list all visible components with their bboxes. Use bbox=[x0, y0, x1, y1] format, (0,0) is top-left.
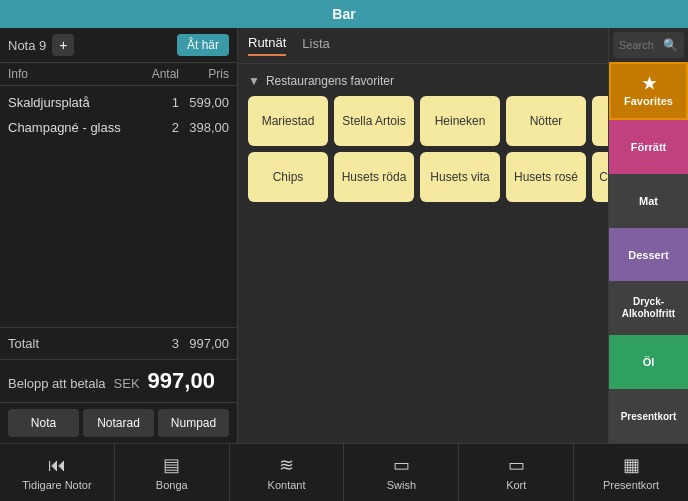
grid-item-notter[interactable]: Nötter bbox=[506, 96, 586, 146]
category-ol-label: Öl bbox=[643, 356, 655, 368]
gift-icon: ▦ bbox=[623, 454, 640, 476]
cash-icon: ≋ bbox=[279, 454, 294, 476]
kort-label: Kort bbox=[506, 479, 526, 491]
grid-row-2: Chips Husets röda Husets vita Husets ros… bbox=[248, 152, 598, 202]
numpad-button[interactable]: Numpad bbox=[158, 409, 229, 437]
grid-item-husets-rose[interactable]: Husets rosé bbox=[506, 152, 586, 202]
totalt-label: Totalt bbox=[8, 336, 139, 351]
grid-item-heineken[interactable]: Heineken bbox=[420, 96, 500, 146]
grid-item-mariestad[interactable]: Mariestad bbox=[248, 96, 328, 146]
totalt-qty: 3 bbox=[139, 336, 179, 351]
star-icon: ★ bbox=[642, 74, 656, 93]
favorites-header-label: Restaurangens favoriter bbox=[266, 74, 394, 88]
tidigare-notor-label: Tidigare Notor bbox=[22, 479, 91, 491]
search-input[interactable] bbox=[619, 39, 659, 51]
swish-label: Swish bbox=[387, 479, 416, 491]
category-dessert[interactable]: Dessert bbox=[609, 228, 688, 282]
item-name: Skaldjursplatå bbox=[8, 95, 139, 110]
search-icon: 🔍 bbox=[663, 38, 678, 52]
antal-col-header: Antal bbox=[139, 67, 179, 81]
item-qty: 1 bbox=[139, 95, 179, 110]
order-items-list: Skaldjursplatå 1 599,00 Champagné - glas… bbox=[0, 86, 237, 327]
tabs-row: Rutnät Lista bbox=[238, 28, 608, 64]
item-price: 398,00 bbox=[179, 120, 229, 135]
grid-item-champagne[interactable]: Champagné bbox=[592, 152, 608, 202]
card-icon: ▭ bbox=[508, 454, 525, 476]
category-dryck[interactable]: Dryck- Alkoholfritt bbox=[609, 281, 688, 335]
grid-item-olkorv[interactable]: Ölkorv bbox=[592, 96, 608, 146]
search-row: 🔍 bbox=[613, 32, 684, 58]
category-forratt[interactable]: Förrätt bbox=[609, 120, 688, 174]
tab-lista[interactable]: Lista bbox=[302, 36, 329, 55]
grid-item-husets-roda[interactable]: Husets röda bbox=[334, 152, 414, 202]
swish-icon: ▭ bbox=[393, 454, 410, 476]
totalt-row: Totalt 3 997,00 bbox=[0, 327, 237, 359]
left-panel: Nota 9 + Åt här Info Antal Pris Skaldjur… bbox=[0, 28, 238, 443]
print-icon: ▤ bbox=[163, 454, 180, 476]
nota-label: Nota 9 bbox=[8, 38, 46, 53]
previous-icon: ⏮ bbox=[48, 455, 66, 476]
belopp-currency: SEK bbox=[114, 376, 140, 391]
category-mat[interactable]: Mat bbox=[609, 174, 688, 228]
add-nota-button[interactable]: + bbox=[52, 34, 74, 56]
right-panel: 🔍 ★ Favorites Förrätt Mat Dessert Dryck-… bbox=[608, 28, 688, 443]
top-bar-title: Bar bbox=[0, 0, 688, 28]
chevron-down-icon: ▼ bbox=[248, 74, 260, 88]
category-ol[interactable]: Öl bbox=[609, 335, 688, 389]
nota-button[interactable]: Nota bbox=[8, 409, 79, 437]
pris-col-header: Pris bbox=[179, 67, 229, 81]
nota-row: Nota 9 + Åt här bbox=[0, 28, 237, 63]
category-presentkort-label: Presentkort bbox=[621, 411, 677, 422]
bonga-button[interactable]: ▤ Bonga bbox=[115, 444, 230, 501]
notarad-button[interactable]: Notarad bbox=[83, 409, 154, 437]
grid-item-husets-vita[interactable]: Husets vita bbox=[420, 152, 500, 202]
center-panel: Rutnät Lista ▼ Restaurangens favoriter M… bbox=[238, 28, 608, 443]
belopp-label: Belopp att betala bbox=[8, 376, 106, 391]
category-favorites-label: Favorites bbox=[624, 95, 673, 107]
category-dryck-label: Dryck- Alkoholfritt bbox=[622, 296, 675, 320]
category-presentkort[interactable]: Presentkort bbox=[609, 389, 688, 443]
kontant-button[interactable]: ≋ Kontant bbox=[230, 444, 345, 501]
bonga-label: Bonga bbox=[156, 479, 188, 491]
order-header: Info Antal Pris bbox=[0, 63, 237, 86]
item-price: 599,00 bbox=[179, 95, 229, 110]
category-dessert-label: Dessert bbox=[628, 249, 668, 261]
favorites-header: ▼ Restaurangens favoriter bbox=[248, 74, 598, 88]
at-har-button[interactable]: Åt här bbox=[177, 34, 229, 56]
bottom-bar: ⏮ Tidigare Notor ▤ Bonga ≋ Kontant ▭ Swi… bbox=[0, 443, 688, 501]
grid-item-stella[interactable]: Stella Artois bbox=[334, 96, 414, 146]
table-row[interactable]: Skaldjursplatå 1 599,00 bbox=[0, 90, 237, 115]
item-qty: 2 bbox=[139, 120, 179, 135]
presentkort-button[interactable]: ▦ Presentkort bbox=[574, 444, 688, 501]
table-row[interactable]: Champagné - glass 2 398,00 bbox=[0, 115, 237, 140]
swish-button[interactable]: ▭ Swish bbox=[344, 444, 459, 501]
tab-rutnät[interactable]: Rutnät bbox=[248, 35, 286, 56]
presentkort-label: Presentkort bbox=[603, 479, 659, 491]
category-forratt-label: Förrätt bbox=[631, 141, 666, 153]
grid-item-chips[interactable]: Chips bbox=[248, 152, 328, 202]
belopp-row: Belopp att betala SEK 997,00 bbox=[0, 359, 237, 402]
item-name: Champagné - glass bbox=[8, 120, 139, 135]
grid-row-1: Mariestad Stella Artois Heineken Nötter … bbox=[248, 96, 598, 146]
tidigare-notor-button[interactable]: ⏮ Tidigare Notor bbox=[0, 444, 115, 501]
kort-button[interactable]: ▭ Kort bbox=[459, 444, 574, 501]
belopp-amount: 997,00 bbox=[148, 368, 215, 394]
totalt-price: 997,00 bbox=[179, 336, 229, 351]
payment-buttons: Nota Notarad Numpad bbox=[0, 402, 237, 443]
category-favorites[interactable]: ★ Favorites bbox=[609, 62, 688, 120]
info-col-header: Info bbox=[8, 67, 139, 81]
kontant-label: Kontant bbox=[268, 479, 306, 491]
favorites-section: ▼ Restaurangens favoriter Mariestad Stel… bbox=[238, 64, 608, 443]
category-mat-label: Mat bbox=[639, 195, 658, 207]
